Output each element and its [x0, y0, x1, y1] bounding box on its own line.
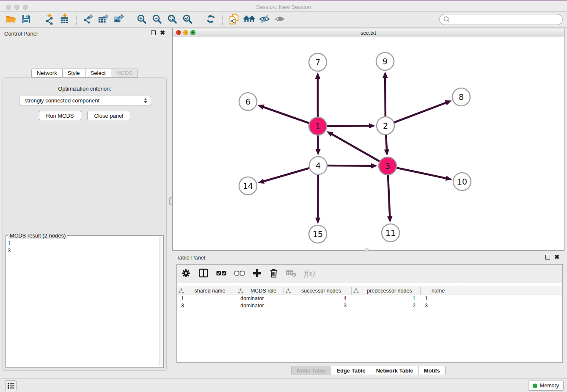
zoom-in-button[interactable]	[134, 13, 149, 27]
table-cell[interactable]: 3	[177, 302, 236, 309]
memory-status-icon	[533, 384, 537, 388]
export-network-button[interactable]	[80, 13, 96, 27]
function-builder-button[interactable]: f(x)	[304, 269, 315, 278]
run-mcds-button[interactable]: Run MCDS	[39, 111, 81, 120]
table-cell[interactable]: 3	[421, 302, 456, 309]
table-body: 1dominator4113dominator323	[177, 295, 562, 309]
float-table-panel-icon[interactable]	[545, 255, 550, 259]
network-hierarchy-button[interactable]	[242, 13, 257, 27]
svg-text:2: 2	[383, 121, 388, 130]
import-table-button[interactable]	[57, 13, 72, 27]
table-cell[interactable]: dominator	[236, 295, 284, 302]
float-panel-icon[interactable]	[151, 30, 156, 35]
svg-text:8: 8	[459, 92, 464, 102]
zoom-out-button[interactable]	[149, 13, 165, 27]
table-cell[interactable]: 3	[284, 302, 352, 309]
delete-table-button[interactable]	[286, 269, 296, 279]
add-column-button[interactable]	[253, 269, 261, 279]
graph-edge-3-1[interactable]	[327, 131, 388, 166]
table-cell[interactable]: 4	[284, 295, 352, 302]
zoom-selected-icon	[182, 14, 193, 25]
export-image-button[interactable]	[111, 13, 126, 27]
show-eye-button[interactable]	[272, 13, 287, 27]
table-container: f(x) shared nameMCDS rolesuccessor nodes…	[176, 264, 563, 363]
tab-network[interactable]: Network	[31, 69, 63, 77]
columns-button[interactable]	[199, 268, 208, 279]
graph-node-7[interactable]: 7	[309, 53, 327, 71]
column-header-successor-nodes[interactable]: successor nodes	[284, 287, 352, 295]
mcds-result-lines[interactable]: 13	[8, 237, 158, 366]
zoom-selected-button[interactable]	[180, 13, 195, 27]
table-row[interactable]: 3dominator323	[177, 302, 562, 309]
graph-node-11[interactable]: 11	[382, 224, 399, 242]
graph-edge-2-8[interactable]	[385, 100, 452, 126]
column-header-shared-name[interactable]: shared name	[177, 287, 236, 295]
graph-node-6[interactable]: 6	[239, 93, 257, 110]
table-row[interactable]: 1dominator411	[177, 295, 562, 302]
network-canvas[interactable]: 7968124310141511	[173, 37, 564, 250]
graph-edge-4-14[interactable]	[258, 166, 318, 184]
zoom-in-icon	[137, 14, 147, 25]
criterion-dropdown[interactable]: strongly connected component	[19, 96, 151, 105]
table-cell[interactable]: 1	[352, 295, 421, 302]
graph-node-14[interactable]: 14	[239, 177, 257, 195]
open-session-button[interactable]	[3, 13, 19, 27]
hide-eye-icon	[259, 14, 270, 25]
close-panel-button[interactable]: Close panel	[87, 111, 131, 120]
graph-node-4[interactable]: 4	[309, 157, 327, 174]
export-image-icon	[113, 14, 124, 25]
zoom-fit-icon	[167, 14, 177, 25]
zoom-out-icon	[152, 14, 162, 25]
vertical-splitter[interactable]	[169, 28, 172, 373]
splitter-grip[interactable]	[169, 197, 172, 205]
tab-mcds[interactable]: MCDS	[111, 69, 138, 77]
tab-node-table[interactable]: Node Table	[291, 366, 331, 375]
clone-network-button[interactable]	[226, 13, 242, 27]
table-cell[interactable]: 1	[421, 295, 456, 302]
network-window-titlebar[interactable]: ✕ − + scc.txt	[173, 28, 564, 37]
hide-eye-button[interactable]	[257, 13, 272, 27]
close-panel-icon[interactable]: ✖	[160, 30, 165, 35]
column-header-MCDS-role[interactable]: MCDS role	[236, 287, 284, 295]
titlebar: Session: New Session	[0, 0, 567, 12]
graph-node-10[interactable]: 10	[453, 173, 471, 190]
tab-network-table[interactable]: Network Table	[371, 366, 419, 375]
graph-node-2[interactable]: 2	[377, 117, 394, 135]
graph-node-1[interactable]: 1	[309, 117, 327, 135]
clear-selection-button[interactable]	[234, 271, 245, 277]
graph-edge-3-10[interactable]	[388, 166, 452, 181]
svg-text:7: 7	[315, 58, 320, 67]
search-box[interactable]	[439, 14, 563, 25]
tab-edge-table[interactable]: Edge Table	[331, 366, 371, 375]
table-cell[interactable]: 2	[352, 302, 421, 309]
graph-node-15[interactable]: 15	[309, 225, 327, 243]
network-graph: 7968124310141511	[173, 37, 564, 250]
tab-select[interactable]: Select	[85, 69, 111, 77]
delete-column-button[interactable]	[270, 268, 278, 279]
table-cell[interactable]: 1	[177, 295, 236, 302]
tab-motifs[interactable]: Motifs	[419, 366, 446, 375]
search-icon	[443, 16, 451, 23]
save-session-button[interactable]	[19, 13, 34, 27]
import-network-button[interactable]	[42, 13, 57, 27]
task-history-button[interactable]	[5, 380, 17, 391]
graph-edge-1-6[interactable]	[258, 105, 318, 126]
graph-node-8[interactable]: 8	[452, 88, 470, 106]
result-scrollbar[interactable]	[159, 237, 162, 366]
graph-node-3[interactable]: 3	[379, 157, 396, 175]
search-input[interactable]	[451, 15, 562, 24]
graph-node-9[interactable]: 9	[376, 52, 394, 70]
column-header-name[interactable]: name	[421, 287, 456, 295]
select-all-button[interactable]	[216, 271, 226, 277]
gear-icon	[181, 268, 191, 279]
table-cell[interactable]: dominator	[236, 302, 284, 309]
memory-button[interactable]: Memory	[528, 381, 564, 391]
refresh-layout-button[interactable]	[203, 13, 218, 27]
close-table-panel-icon[interactable]: ✖	[554, 255, 559, 259]
export-table-button[interactable]	[96, 13, 111, 27]
zoom-fit-button[interactable]	[165, 13, 180, 27]
horizontal-splitter-grip[interactable]	[365, 248, 369, 251]
column-header-predecessor-nodes[interactable]: predecessor nodes	[352, 287, 421, 295]
tab-style[interactable]: Style	[63, 69, 85, 77]
gear-button[interactable]	[181, 268, 191, 279]
